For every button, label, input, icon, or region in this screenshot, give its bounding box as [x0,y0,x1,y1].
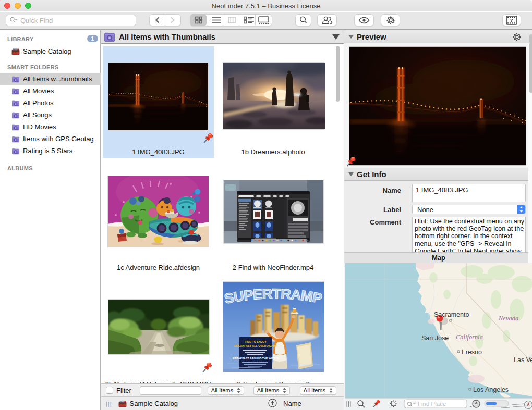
svg-text:Fresno: Fresno [462,349,482,356]
svg-text:?: ? [510,17,513,23]
svg-text:TIME TO ENJOY: TIME TO ENJOY [245,340,267,343]
svg-text:Sacramento: Sacramento [434,311,469,318]
svg-text:Los Angeles: Los Angeles [473,386,509,393]
svg-text:Nevada: Nevada [498,315,518,322]
svg-text:California: California [456,333,483,341]
svg-text:BREAKFAST ALL OVER AGAIN!: BREAKFAST ALL OVER AGAIN! [234,344,277,347]
svg-text:Find Place: Find Place [418,401,446,407]
svg-text:San Jose: San Jose [421,334,449,342]
svg-text:BREAKFAST AROUND THE WORLD: BREAKFAST AROUND THE WORLD [233,357,279,360]
svg-text:Las Veg: Las Veg [514,356,532,364]
